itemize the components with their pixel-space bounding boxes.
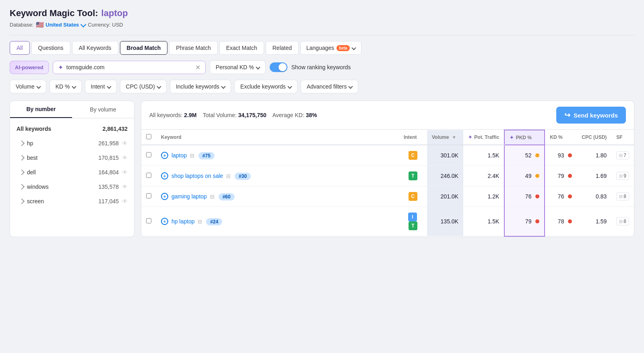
- chevron-down-icon: [221, 84, 225, 89]
- th-keyword[interactable]: Keyword: [156, 130, 399, 145]
- sidebar-item-windows[interactable]: windows 135,578 👁: [10, 180, 134, 194]
- rank-badge: #30: [235, 173, 251, 180]
- kd-cell: 78: [545, 207, 577, 236]
- cpc-value: 0.83: [596, 193, 607, 200]
- cpc-cell: 1.80: [577, 145, 611, 166]
- pot-traffic-cell: 1.2K: [463, 186, 504, 207]
- volume-filter[interactable]: Volume: [10, 80, 46, 93]
- cpc-filter[interactable]: CPC (USD): [120, 80, 167, 93]
- tab-broad-match[interactable]: Broad Match: [120, 41, 168, 55]
- row-checkbox[interactable]: [146, 152, 151, 157]
- show-ranking-toggle[interactable]: [270, 62, 287, 72]
- select-all-checkbox[interactable]: [146, 134, 151, 139]
- domain-search-input[interactable]: ✦ tomsguide.com ✕: [53, 61, 206, 74]
- total-volume-value: 34,175,750: [238, 112, 266, 118]
- cpc-value: 1.59: [596, 218, 607, 225]
- th-intent-label: Intent: [404, 134, 417, 140]
- tab-questions[interactable]: Questions: [31, 41, 70, 55]
- row-checkbox[interactable]: [146, 218, 151, 223]
- th-sf[interactable]: SF: [611, 130, 634, 145]
- volume-filter-label: Volume: [16, 83, 35, 90]
- th-pkd[interactable]: ✦ PKD %: [504, 130, 545, 145]
- sf-icon: ⊟: [619, 194, 623, 199]
- sidebar-list: All keywords 2,861,432 hp 261,958 👁 best…: [10, 118, 134, 212]
- advanced-filters[interactable]: Advanced filters: [301, 80, 359, 93]
- database-selector[interactable]: 🇺🇸 United States: [36, 21, 85, 29]
- tab-phrase-match[interactable]: Phrase Match: [169, 41, 217, 55]
- sf-icon: ⊟: [619, 219, 623, 224]
- th-volume[interactable]: Volume ▼: [427, 130, 463, 145]
- pkd-value: 52: [525, 152, 532, 159]
- tab-related[interactable]: Related: [266, 41, 299, 55]
- volume-cell: 301.0K: [427, 145, 463, 166]
- th-pot-traffic[interactable]: ✦ Pot. Traffic: [463, 130, 504, 145]
- rank-badge: #24: [206, 218, 222, 225]
- add-to-list-icon[interactable]: +: [161, 193, 168, 200]
- eye-icon[interactable]: 👁: [122, 198, 128, 204]
- sidebar-item-dell-count: 164,804: [98, 169, 119, 175]
- languages-button[interactable]: Languages beta: [300, 41, 361, 55]
- chevron-down-icon: [287, 84, 292, 89]
- page-icon: ⊟: [190, 153, 194, 159]
- row-checkbox-cell: [141, 186, 156, 207]
- send-keywords-button[interactable]: ↪ Send keywords: [556, 107, 626, 124]
- sidebar-item-hp[interactable]: hp 261,958 👁: [10, 136, 134, 151]
- tab-exact-match[interactable]: Exact Match: [219, 41, 264, 55]
- th-kd[interactable]: KD %: [545, 130, 577, 145]
- kd-cell: 79: [545, 166, 577, 186]
- keyword-link[interactable]: shop laptops on sale: [171, 173, 223, 179]
- eye-icon[interactable]: 👁: [122, 140, 128, 147]
- table-header-bar: All keywords: 2.9M Total Volume: 34,175,…: [141, 101, 634, 130]
- include-keywords-filter[interactable]: Include keywords: [170, 80, 231, 93]
- pkd-value: 79: [525, 218, 532, 225]
- tab-all-keywords[interactable]: All Keywords: [72, 41, 118, 55]
- intent-filter[interactable]: Intent: [85, 80, 117, 93]
- keyword-link[interactable]: gaming laptop: [171, 193, 207, 200]
- eye-icon[interactable]: 👁: [122, 184, 128, 190]
- eye-icon[interactable]: 👁: [122, 155, 128, 161]
- page-title-keyword: laptop: [101, 8, 128, 19]
- sidebar-item-dell[interactable]: dell 164,804 👁: [10, 165, 134, 180]
- sort-icon: ▼: [452, 135, 456, 140]
- cpc-cell: 1.59: [577, 207, 611, 236]
- sidebar-item-best[interactable]: best 170,815 👁: [10, 151, 134, 165]
- exclude-keywords-filter[interactable]: Exclude keywords: [234, 80, 297, 93]
- sidebar-item-screen[interactable]: screen 117,045 👁: [10, 194, 134, 208]
- add-to-list-icon[interactable]: +: [161, 152, 168, 159]
- row-checkbox[interactable]: [146, 173, 151, 178]
- sidebar: By number By volume All keywords 2,861,4…: [10, 101, 134, 237]
- sidebar-item-hp-count: 261,958: [98, 140, 119, 147]
- pot-traffic-value: 1.2K: [488, 193, 500, 200]
- sf-cell: ⊟8: [611, 207, 634, 236]
- eye-icon[interactable]: 👁: [122, 169, 128, 175]
- pkd-value: 76: [525, 193, 532, 200]
- languages-label: Languages: [306, 45, 334, 51]
- toggle-knob: [279, 63, 287, 71]
- include-keywords-label: Include keywords: [176, 83, 219, 90]
- pot-traffic-value: 1.5K: [488, 218, 500, 225]
- kd-value: 78: [558, 218, 564, 225]
- sf-value: ⊟7: [616, 151, 629, 159]
- filters-row: Volume KD % Intent CPC (USD) Include key…: [10, 80, 634, 93]
- volume-cell: 246.0K: [427, 166, 463, 186]
- tab-all[interactable]: All: [10, 41, 30, 55]
- expand-icon: [19, 155, 25, 161]
- row-checkbox[interactable]: [146, 193, 151, 198]
- keyword-link[interactable]: hp laptop: [171, 218, 195, 225]
- keyword-link[interactable]: laptop: [171, 152, 187, 159]
- clear-icon[interactable]: ✕: [195, 64, 200, 71]
- th-cpc[interactable]: CPC (USD): [577, 130, 611, 145]
- th-intent[interactable]: Intent: [399, 130, 427, 145]
- pkd-value: 49: [525, 173, 532, 179]
- kd-filter[interactable]: KD %: [50, 80, 82, 93]
- intent-badge-i: I: [408, 213, 417, 221]
- th-pkd-label: PKD %: [516, 135, 532, 140]
- sidebar-tab-by-volume[interactable]: By volume: [72, 101, 134, 118]
- intent-cell: I T: [399, 207, 427, 236]
- personal-kd-button[interactable]: Personal KD %: [210, 60, 266, 74]
- cpc-value: 1.80: [596, 152, 607, 159]
- add-to-list-icon[interactable]: +: [161, 172, 168, 180]
- add-to-list-icon[interactable]: +: [161, 218, 168, 225]
- sidebar-item-screen-label: screen: [27, 198, 95, 204]
- sidebar-tab-by-number[interactable]: By number: [10, 101, 72, 118]
